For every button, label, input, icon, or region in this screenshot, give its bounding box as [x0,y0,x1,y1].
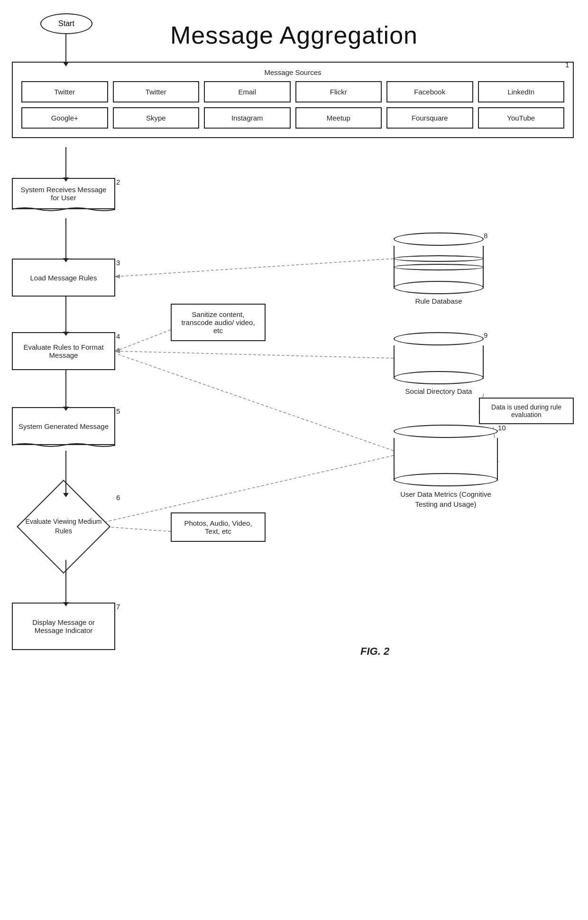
arrow-step4-to-step5 [65,370,66,407]
arrow-start-to-sources [65,34,66,63]
badge-cyl8: 8 [484,232,487,240]
source-facebook: Facebook [386,81,473,102]
source-instagram: Instagram [204,107,291,129]
step2-label: System Receives Message for User [21,186,107,202]
cyl-line2-8 [394,264,484,270]
arrow-step6-to-step7 [65,560,66,603]
source-twitter-2: Twitter [113,81,200,102]
step3-label: Load Message Rules [30,274,97,282]
cylinder-rule-db: Rule Database [394,232,484,305]
step3-box: Load Message Rules [12,259,115,297]
source-flickr: Flickr [295,81,382,102]
source-meetup: Meetup [295,107,382,129]
cyl-label-9: Social Directory Data [394,387,484,395]
arrow-step3-to-step4 [65,297,66,332]
step4-label: Evaluate Rules to Format Message [18,343,110,359]
page-title: Message Aggregation [0,7,588,59]
sources-grid: Twitter Twitter Email Flickr Facebook Li… [21,81,564,129]
badge-step7: 7 [116,603,120,611]
badge-step2: 2 [116,178,120,186]
badge-step6: 6 [116,493,120,502]
step5-box: System Generated Message [12,407,115,445]
badge-step5: 5 [116,407,120,415]
svg-line-0 [116,259,394,277]
cylinder-user-data: User Data Metrics (Cognitive Testing and… [394,425,498,509]
message-sources-container: Message Sources Twitter Twitter Email Fl… [12,62,574,138]
step6-label: Evaluate Viewing Medium Rules [12,503,115,536]
fig-label: FIG. 2 [360,645,389,658]
source-youtube: YouTube [478,107,565,129]
source-twitter-1: Twitter [21,81,108,102]
cyl-bottom-9 [394,371,484,384]
step7-label: Display Message or Message Indicator [18,618,110,634]
cyl-line1-8 [394,255,484,262]
cyl-label-8: Rule Database [394,297,484,305]
cyl-bottom-8 [394,281,484,294]
badge-sources: 1 [565,61,569,69]
photos-box: Photos, Audio, Video, Text, etc [171,512,266,542]
badge-step3: 3 [116,259,120,267]
cyl-label-10: User Data Metrics (Cognitive Testing and… [394,489,498,509]
source-email: Email [204,81,291,102]
source-googleplus: Google+ [21,107,108,129]
svg-line-1 [116,330,171,351]
svg-line-3 [116,353,394,451]
sanitize-box: Sanitize content, transcode audio/ video… [171,304,266,341]
cyl-body-9 [394,345,484,379]
arrow-step2-to-step3 [65,218,66,259]
cyl-body-8 [394,246,484,288]
cyl-top-8 [394,232,484,246]
badge-step4: 4 [116,332,120,340]
source-linkedin: LinkedIn [478,81,565,102]
source-foursquare: Foursquare [386,107,473,129]
data-used-box: Data is used during rule evaluation [479,398,574,424]
sanitize-label: Sanitize content, transcode audio/ video… [181,310,255,335]
arrow-sources-to-step2 [65,147,66,178]
step6-diamond-wrapper: Evaluate Viewing Medium Rules [12,493,115,560]
cyl-top-10 [394,425,498,438]
svg-line-2 [116,351,394,358]
arrow-step5-to-step6 [65,451,66,493]
photos-label: Photos, Audio, Video, Text, etc [184,519,252,535]
step5-label: System Generated Message [18,422,109,430]
cyl-body-10 [394,438,498,481]
step4-box: Evaluate Rules to Format Message [12,332,115,370]
step7-box: Display Message or Message Indicator [12,603,115,650]
message-sources-label: Message Sources [21,68,564,76]
badge-cyl9: 9 [484,331,487,339]
source-skype: Skype [113,107,200,129]
badge-cyl10: 10 [498,424,506,432]
cyl-top-9 [394,332,484,345]
data-used-label: Data is used during rule evaluation [491,403,561,418]
step2-box: System Receives Message for User [12,178,115,209]
cylinder-social: Social Directory Data [394,332,484,395]
cyl-bottom-10 [394,473,498,486]
